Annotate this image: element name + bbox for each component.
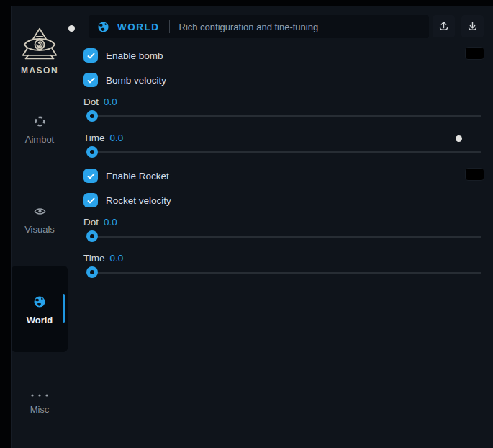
rocket-velocity-checkbox[interactable]	[83, 193, 98, 207]
eye-icon	[12, 205, 68, 220]
slider-value: 0.0	[104, 97, 117, 107]
rocket-color-swatch[interactable]	[465, 168, 484, 181]
slider-label-row: Time 0.0	[83, 251, 123, 264]
slider-thumb[interactable]	[86, 230, 98, 242]
checkbox-row-enable-bomb: Enable bomb	[83, 48, 465, 63]
checkbox-row-enable-rocket: Enable Rocket	[83, 168, 465, 184]
sidebar-item-label: Misc	[12, 404, 68, 415]
sidebar-item-label: Visuals	[12, 224, 68, 235]
rocket-dot-slider[interactable]	[86, 236, 481, 238]
slider-value: 0.0	[110, 253, 124, 264]
checkbox-label: Enable bomb	[106, 50, 163, 61]
checkbox-row-bomb-velocity: Bomb velocity	[83, 72, 465, 88]
download-icon	[466, 20, 479, 32]
slider-thumb[interactable]	[86, 146, 98, 158]
sidebar-item-label: World	[12, 315, 68, 326]
bomb-dot-slider[interactable]	[86, 115, 481, 117]
ellipsis-icon	[12, 387, 68, 400]
bomb-velocity-checkbox[interactable]	[83, 73, 98, 87]
rocket-time-slider[interactable]	[86, 272, 481, 274]
bomb-color-swatch[interactable]	[465, 47, 484, 60]
sidebar: MASON Aimbot Visuals	[12, 6, 68, 448]
cursor-dot	[68, 25, 75, 32]
slider-value: 0.0	[110, 133, 124, 143]
page-title: WORLD	[117, 22, 160, 32]
slider-label: Dot	[83, 217, 99, 228]
bomb-time-slider[interactable]	[86, 151, 481, 153]
slider-label-row: Time 0.0	[83, 131, 123, 144]
upload-config-button[interactable]	[433, 15, 455, 37]
slider-label-row: Dot 0.0	[83, 95, 117, 108]
mason-eye-logo-icon	[12, 27, 68, 63]
sidebar-item-label: Aimbot	[12, 134, 68, 145]
sidebar-item-visuals[interactable]: Visuals	[12, 205, 68, 235]
checkmark-icon	[86, 76, 96, 85]
download-config-button[interactable]	[461, 15, 484, 37]
sidebar-item-misc[interactable]: Misc	[12, 387, 68, 415]
enable-rocket-checkbox[interactable]	[83, 169, 98, 183]
globe-icon	[12, 295, 68, 311]
checkbox-label: Enable Rocket	[106, 171, 169, 182]
checkbox-label: Rocket velocity	[106, 195, 171, 206]
checkbox-row-rocket-velocity: Rocket velocity	[83, 192, 465, 208]
slider-thumb[interactable]	[86, 110, 98, 122]
checkmark-icon	[86, 171, 96, 181]
checkbox-label: Bomb velocity	[106, 75, 166, 86]
app-title: MASON	[12, 66, 68, 76]
upload-icon	[438, 20, 450, 32]
sidebar-item-world[interactable]: World	[12, 295, 68, 326]
checkmark-icon	[86, 196, 96, 205]
page-subtitle: Rich configuration and fine-tuning	[179, 22, 319, 32]
checkmark-icon	[86, 51, 96, 61]
slider-label: Dot	[83, 97, 99, 107]
app-logo: MASON	[12, 27, 68, 76]
header-divider	[169, 20, 170, 33]
slider-thumb[interactable]	[86, 266, 98, 278]
slider-value: 0.0	[104, 217, 117, 228]
slider-label: Time	[83, 133, 105, 143]
cursor-dot	[456, 135, 462, 142]
crosshair-icon	[12, 115, 68, 130]
sidebar-item-aimbot[interactable]: Aimbot	[12, 115, 68, 145]
slider-label-row: Dot 0.0	[83, 215, 117, 228]
enable-bomb-checkbox[interactable]	[83, 48, 98, 63]
page-header: WORLD Rich configuration and fine-tuning	[89, 15, 429, 38]
mason-menu-window: MASON Aimbot Visuals	[11, 6, 493, 448]
globe-icon	[97, 21, 109, 33]
slider-label: Time	[83, 253, 105, 264]
